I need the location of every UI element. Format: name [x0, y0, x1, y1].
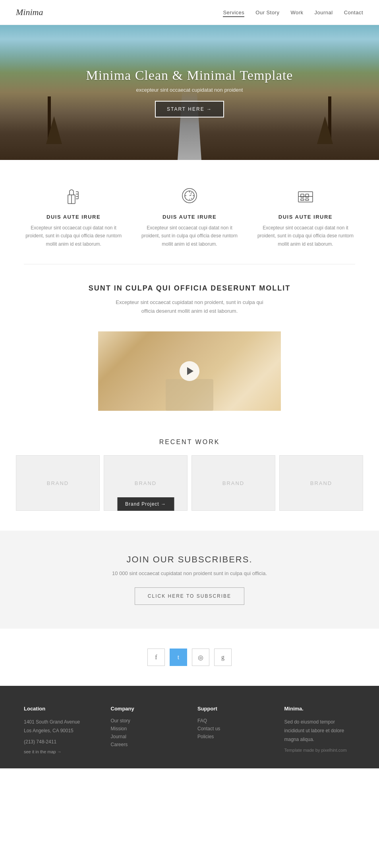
footer-support-title: Support [197, 706, 269, 712]
footer-grid: Location 1401 South Grand AvenueLos Ange… [24, 706, 355, 756]
instagram-icon[interactable]: ◎ [192, 649, 209, 666]
about-section-header: SUNT IN CULPA QUI OFFICIA DESERUNT MOLLI… [0, 264, 379, 323]
footer-address: 1401 South Grand AvenueLos Angeles, CA 9… [24, 718, 95, 735]
video-thumbnail[interactable] [98, 331, 281, 411]
google-plus-icon[interactable]: g [214, 649, 232, 666]
svg-rect-14 [301, 194, 304, 197]
svg-rect-17 [306, 199, 309, 200]
footer-ourstory-link[interactable]: Our story [111, 718, 182, 724]
feature-1: DUIS AUTE IRURE Excepteur sint occaecat … [24, 184, 123, 248]
footer-col-company: Company Our story Mission Journal Career… [111, 706, 182, 756]
footer-contact-link[interactable]: Contact us [197, 726, 269, 731]
feature-1-text: Excepteur sint occaecat cupi datat non i… [24, 224, 123, 248]
feature-2-text: Excepteur sint occaecat cupi datat non i… [140, 224, 239, 248]
subscribers-subtitle: 10 000 sint occaecat cupidatat non proid… [16, 570, 363, 576]
work-item-3-label: BRAND [222, 480, 245, 486]
nav-item-ourstory[interactable]: Our Story [255, 9, 279, 16]
work-item-3[interactable]: BRAND [191, 455, 275, 511]
footer-journal-link[interactable]: Journal [111, 734, 182, 739]
footer-col-brand: Minima. Sed do eiusmod tempor incididunt… [284, 706, 356, 756]
work-item-1-label: BRAND [47, 480, 69, 486]
twitter-icon[interactable]: t [170, 649, 187, 666]
brand-logo[interactable]: Minima [16, 7, 43, 17]
work-item-2-label: BRAND [135, 480, 157, 486]
social-section: f t ◎ g [0, 629, 379, 686]
nav-link-ourstory[interactable]: Our Story [255, 10, 279, 15]
feature-3-icon [294, 184, 317, 208]
footer-brand-description: Sed do eiusmod tempor incididunt ut labo… [284, 718, 356, 744]
nav-menu: Services Our Story Work Journal Contact [223, 9, 363, 16]
navbar: Minima Services Our Story Work Journal C… [0, 0, 379, 25]
footer-map-link[interactable]: see it in the map → [24, 749, 95, 754]
svg-rect-15 [306, 194, 309, 197]
footer-credit-link[interactable]: Template made by pixelhint.com [284, 748, 356, 753]
nav-link-journal[interactable]: Journal [315, 10, 333, 15]
feature-1-icon [62, 184, 85, 208]
footer-faq-link[interactable]: FAQ [197, 718, 269, 724]
nav-link-work[interactable]: Work [290, 10, 303, 15]
hero-section: Minima Clean & Minimal Template excepteu… [0, 25, 379, 160]
svg-line-11 [191, 198, 192, 199]
nav-item-work[interactable]: Work [290, 9, 303, 16]
features-section: DUIS AUTE IRURE Excepteur sint occaecat … [0, 160, 379, 264]
work-item-1[interactable]: BRAND [16, 455, 100, 511]
svg-line-8 [191, 192, 192, 194]
facebook-icon[interactable]: f [147, 649, 165, 666]
nav-link-services[interactable]: Services [223, 10, 244, 17]
nav-item-contact[interactable]: Contact [344, 9, 363, 16]
nav-item-services[interactable]: Services [223, 9, 244, 16]
subscribers-section: JOIN OUR SUBSCRIBERS. 10 000 sint occaec… [0, 531, 379, 629]
footer: Location 1401 South Grand AvenueLos Ange… [0, 686, 379, 768]
video-section [0, 323, 379, 431]
recent-work-section: RECENT WORK BRAND BRAND Brand Project → … [0, 431, 379, 531]
footer-phone: (213) 748-2411 [24, 738, 95, 747]
footer-col-location: Location 1401 South Grand AvenueLos Ange… [24, 706, 95, 756]
feature-1-title: DUIS AUTE IRURE [24, 214, 123, 220]
footer-col-support: Support FAQ Contact us Policies [197, 706, 269, 756]
footer-careers-link[interactable]: Careers [111, 742, 182, 747]
footer-location-title: Location [24, 706, 95, 712]
work-item-4-label: BRAND [310, 480, 333, 486]
hero-title: Minima Clean & Minimal Template [86, 68, 293, 83]
feature-2: DUIS AUTE IRURE Excepteur sint occaecat … [140, 184, 239, 248]
footer-policies-link[interactable]: Policies [197, 734, 269, 739]
social-icons-group: f t ◎ g [16, 649, 363, 666]
recent-work-title: RECENT WORK [16, 439, 363, 446]
feature-2-title: DUIS AUTE IRURE [140, 214, 239, 220]
work-grid: BRAND BRAND Brand Project → BRAND BRAND [16, 455, 363, 511]
hero-content: Minima Clean & Minimal Template excepteu… [78, 60, 301, 125]
nav-link-contact[interactable]: Contact [344, 10, 363, 15]
about-title: SUNT IN CULPA QUI OFFICIA DESERUNT MOLLI… [24, 284, 355, 293]
subscribers-title: JOIN OUR SUBSCRIBERS. [16, 554, 363, 565]
hero-cta-button[interactable]: START HERE → [155, 101, 224, 117]
feature-3-title: DUIS AUTE IRURE [256, 214, 355, 220]
brand-project-button[interactable]: Brand Project → [117, 497, 174, 511]
subscribe-button[interactable]: CLICK HERE TO SUBSCRIBE [135, 587, 244, 605]
work-item-2[interactable]: BRAND Brand Project → [104, 455, 188, 511]
footer-brand-title: Minima. [284, 706, 356, 712]
feature-2-icon [178, 184, 201, 208]
feature-3: DUIS AUTE IRURE Excepteur sint occaecat … [256, 184, 355, 248]
footer-mission-link[interactable]: Mission [111, 726, 182, 731]
svg-rect-16 [301, 199, 304, 200]
about-subtitle: Excepteur sint occaecat cupidatat non pr… [114, 298, 265, 316]
nav-item-journal[interactable]: Journal [315, 9, 333, 16]
work-item-4[interactable]: BRAND [279, 455, 363, 511]
hero-subtitle: excepteur sint occaecat cupidatat non pr… [86, 87, 293, 93]
footer-company-title: Company [111, 706, 182, 712]
feature-3-text: Excepteur sint occaecat cupi datat non i… [256, 224, 355, 248]
svg-line-9 [190, 195, 191, 196]
